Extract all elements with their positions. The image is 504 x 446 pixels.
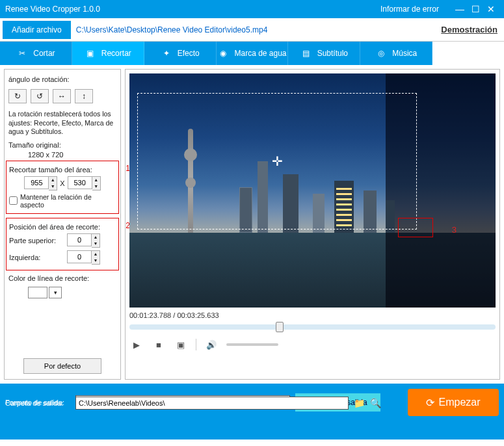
crop-pos-label: Posición del área de recorte: [9, 223, 116, 231]
orig-size-value: 1280 x 720 [28, 151, 116, 159]
refresh-icon: ⟳ [426, 397, 434, 409]
line-color-swatch [28, 287, 47, 298]
subtitle-icon: ▤ [300, 47, 312, 59]
time-display: 00:01:23.788 / 00:03:25.633 [129, 311, 496, 319]
keep-ratio-label: Mantener la relación de aspecto [20, 193, 116, 209]
stop-button[interactable]: ■ [152, 337, 166, 352]
rotation-hint: La rotación restablecerá todos los ajust… [8, 110, 116, 137]
report-error-link[interactable]: Informar de error [380, 5, 439, 14]
tabs: ✂Cortar ▣Recortar ✦Efecto ◉Marca de agua… [0, 42, 504, 65]
folder-label: Carpeta de salida: [5, 399, 70, 407]
speaker-icon: 🔊 [206, 340, 217, 350]
minimize-button[interactable]: — [452, 4, 468, 14]
droplet-icon: ◉ [217, 47, 229, 59]
tab-crop[interactable]: ▣Recortar [72, 42, 144, 65]
playback-controls: ▶ ■ ▣ 🔊 [129, 337, 496, 352]
scissors-icon: ✂ [16, 47, 28, 59]
rotation-label: ángulo de rotación: [8, 75, 116, 83]
callout-3: 3 [452, 225, 457, 235]
play-button[interactable]: ▶ [129, 337, 144, 352]
rotate-cw-button[interactable]: ↻ [8, 89, 27, 103]
app-title: Renee Video Cropper 1.0.0 [5, 5, 100, 14]
default-button[interactable]: Por defecto [23, 358, 101, 374]
crop-left-input[interactable] [67, 250, 92, 263]
tab-blank [432, 42, 504, 65]
crop-top-input[interactable] [67, 233, 92, 246]
crop-width-stepper[interactable]: ▲▼ [24, 176, 57, 190]
preview-panel: 3 00:01:23.788 / 00:03:25.633 ▶ ■ ▣ 🔊 [125, 69, 500, 380]
demo-link[interactable]: Demostración [441, 25, 497, 34]
orig-size-label: Tamaño original: [8, 141, 116, 149]
disc-icon: ◎ [375, 47, 387, 59]
video-preview[interactable]: 3 [129, 73, 496, 308]
crop-width-input[interactable] [24, 176, 49, 189]
tab-cut[interactable]: ✂Cortar [0, 42, 72, 65]
maximize-button[interactable]: ☐ [468, 4, 483, 14]
crop-icon: ▣ [85, 47, 96, 59]
add-file-button[interactable]: Añadir archivo [3, 21, 71, 39]
keep-ratio-checkbox[interactable] [9, 196, 18, 205]
left-label: Izquierda: [9, 254, 64, 261]
file-path-field[interactable] [73, 21, 442, 38]
crop-height-input[interactable] [68, 176, 92, 189]
line-color-label: Color de línea de recorte: [8, 274, 116, 282]
flip-horizontal-button[interactable]: ↔ [53, 89, 71, 103]
line-color-dropdown[interactable]: ▾ [49, 287, 62, 298]
file-toolbar: Añadir archivo Demostración [0, 18, 504, 42]
folder-icon[interactable]: 📁 [354, 398, 365, 408]
close-button[interactable]: ✕ [483, 4, 499, 14]
seek-thumb[interactable] [276, 322, 284, 332]
tab-watermark[interactable]: ◉Marca de agua [217, 42, 289, 65]
seek-slider[interactable] [129, 324, 496, 330]
top-label: Parte superior: [9, 237, 64, 244]
crop-size-label: Recortar tamaño del área: [9, 166, 116, 174]
volume-button[interactable]: 🔊 [204, 337, 219, 352]
start-button[interactable]: ⟳Empezar [408, 389, 499, 416]
output-folder-field[interactable] [75, 397, 349, 410]
flip-vertical-button[interactable]: ↕ [75, 89, 93, 103]
crop-position-group: 2 Posición del área de recorte: Parte su… [6, 218, 119, 270]
tab-effect[interactable]: ✦Efecto [144, 42, 217, 65]
tab-subtitle[interactable]: ▤Subtítulo [288, 42, 360, 65]
camera-icon: ▣ [177, 340, 185, 350]
tab-music[interactable]: ◎Música [360, 42, 432, 65]
titlebar: Renee Video Cropper 1.0.0 Informar de er… [0, 0, 504, 18]
rotate-ccw-button[interactable]: ↺ [31, 89, 49, 103]
sparkle-icon: ✦ [161, 47, 172, 59]
volume-slider[interactable] [226, 343, 278, 346]
crop-height-stepper[interactable]: ▲▼ [68, 176, 101, 190]
crop-left-stepper[interactable]: ▲▼ [67, 250, 100, 265]
footer: Formato de salida: Mantener el formato d… [0, 384, 504, 439]
search-icon[interactable]: 🔍 [370, 398, 381, 408]
crop-top-stepper[interactable]: ▲▼ [67, 233, 100, 248]
crop-handle[interactable] [398, 218, 433, 237]
snapshot-button[interactable]: ▣ [174, 337, 188, 352]
crop-size-group: 1 Recortar tamaño del área: ▲▼ X ▲▼ Mant… [6, 161, 119, 214]
crop-selection[interactable] [137, 93, 417, 230]
side-panel: ángulo de rotación: ↻ ↺ ↔ ↕ La rotación … [4, 69, 121, 380]
